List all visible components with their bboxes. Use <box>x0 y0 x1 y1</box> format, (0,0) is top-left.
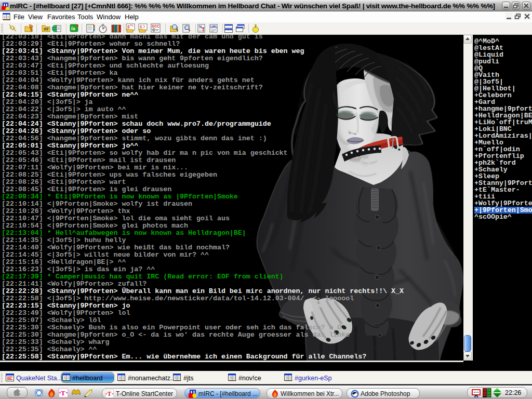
svg-text:N: N <box>199 24 203 30</box>
svg-text:S: S <box>127 25 130 29</box>
svg-text:DCC: DCC <box>152 24 159 28</box>
svg-text:T: T <box>61 389 65 397</box>
svg-text:/a: /a <box>71 26 76 31</box>
svg-text:URL: URL <box>210 25 217 29</box>
svg-text:##: ## <box>44 26 49 32</box>
svg-text:T: T <box>108 391 112 397</box>
svg-text:C: C <box>140 25 142 29</box>
